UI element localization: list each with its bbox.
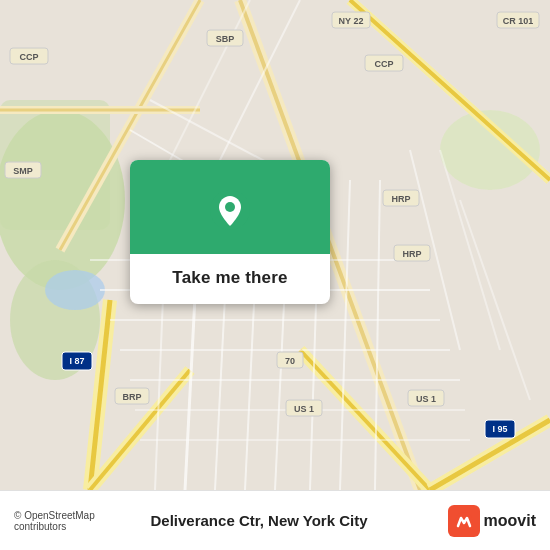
- svg-text:CCP: CCP: [19, 52, 38, 62]
- bottom-bar: © OpenStreetMap contributors Deliverance…: [0, 490, 550, 550]
- svg-text:SMP: SMP: [13, 166, 33, 176]
- svg-text:US 1: US 1: [294, 404, 314, 414]
- moovit-icon: [448, 505, 480, 537]
- svg-text:SBP: SBP: [216, 34, 235, 44]
- card-green-header: [130, 160, 330, 254]
- svg-text:HRP: HRP: [402, 249, 421, 259]
- svg-text:70: 70: [285, 356, 295, 366]
- svg-text:I 95: I 95: [492, 424, 507, 434]
- osm-credit: © OpenStreetMap contributors: [14, 510, 143, 532]
- moovit-logo: moovit: [408, 505, 537, 537]
- location-pin-icon: [208, 188, 252, 232]
- svg-text:BRP: BRP: [122, 392, 141, 402]
- location-name: Deliverance Ctr, New York City: [143, 512, 408, 529]
- svg-text:HRP: HRP: [391, 194, 410, 204]
- moovit-text: moovit: [484, 512, 536, 530]
- takemethere-card[interactable]: Take me there: [130, 160, 330, 304]
- svg-text:CCP: CCP: [374, 59, 393, 69]
- svg-text:CR 101: CR 101: [503, 16, 534, 26]
- svg-point-73: [225, 202, 235, 212]
- svg-text:NY 22: NY 22: [339, 16, 364, 26]
- svg-point-5: [45, 270, 105, 310]
- svg-text:US 1: US 1: [416, 394, 436, 404]
- svg-text:I 87: I 87: [69, 356, 84, 366]
- map-container: CCP CCP SBP SMP NY 22 CR 101 HRP HRP I 8…: [0, 0, 550, 490]
- takemethere-label[interactable]: Take me there: [130, 254, 330, 304]
